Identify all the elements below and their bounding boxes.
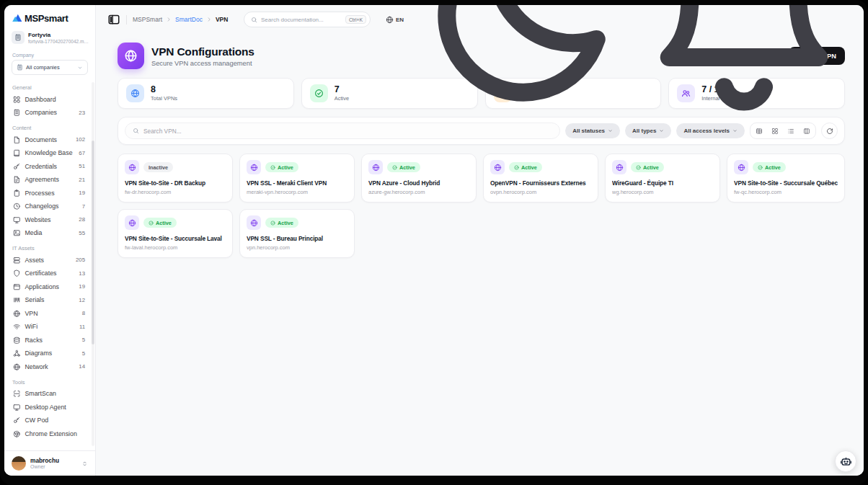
vpn-card[interactable]: Active VPN SSL - Bureau Principal vpn.he… xyxy=(239,209,355,258)
sidebar-item[interactable]: Changelogs 7 xyxy=(9,200,89,213)
sidebar-item-label: Media xyxy=(25,229,43,236)
status-badge: Active xyxy=(509,162,542,172)
company-select-value: All companies xyxy=(26,64,74,71)
sidebar-item[interactable]: Racks 5 xyxy=(9,334,89,347)
vpn-name: VPN SSL - Meraki Client VPN xyxy=(247,179,347,187)
sidebar-item-count: 51 xyxy=(79,163,85,169)
vpn-card[interactable]: Inactive VPN Site-to-Site - DR Backup fw… xyxy=(118,153,233,203)
sidebar-item-count: 67 xyxy=(79,150,85,156)
stat-value: 8 xyxy=(151,85,177,95)
sidebar-item[interactable]: Knowledge Base 67 xyxy=(9,147,89,160)
sidebar-item-icon xyxy=(13,149,21,157)
refresh-icon xyxy=(826,128,833,135)
sidebar-item-icon xyxy=(13,337,21,344)
page-subtitle: Secure VPN access management xyxy=(151,60,254,67)
sidebar-item-label: Processes xyxy=(25,190,55,197)
sidebar-item-label: Network xyxy=(25,363,48,370)
sidebar-item-label: Desktop Agent xyxy=(25,404,66,411)
user-text: mabrochu Owner xyxy=(30,458,59,470)
sidebar-item-icon xyxy=(13,270,21,277)
vpn-host: fw-qc.herocorp.com xyxy=(734,189,838,195)
vpn-card-icon xyxy=(125,160,139,174)
sidebar-item-label: WiFi xyxy=(25,323,38,330)
vpn-card-head: Active xyxy=(247,160,347,174)
moon-icon xyxy=(412,5,628,128)
vpn-card[interactable]: Active VPN Azure - Cloud Hybrid azure-gw… xyxy=(361,153,477,203)
sidebar-item-label: Certificates xyxy=(25,270,57,277)
vpn-host: meraki-vpn.herocorp.com xyxy=(247,189,347,195)
check-circle-icon xyxy=(149,221,154,226)
check-circle-icon xyxy=(514,165,519,170)
sidebar-item-label: Serials xyxy=(25,296,45,303)
sidebar-item-icon xyxy=(13,109,21,117)
sidebar-item[interactable]: Chrome Extension xyxy=(9,427,89,440)
mspsmart-logo-icon xyxy=(12,12,23,24)
status-badge: Active xyxy=(265,218,298,228)
workspace-switcher[interactable]: Fortyvia fortyvia-1770420270042.mspsm... xyxy=(4,30,95,48)
scrollbar-thumb[interactable] xyxy=(92,141,94,344)
language-button[interactable]: EN xyxy=(386,16,404,24)
sidebar-item[interactable]: Companies 23 xyxy=(9,107,89,120)
user-role: Owner xyxy=(30,464,59,469)
sidebar-item-icon xyxy=(13,417,21,424)
sidebar-item[interactable]: Processes 19 xyxy=(9,187,89,200)
sidebar-item[interactable]: Applications 19 xyxy=(9,280,89,293)
sidebar-item-count: 5 xyxy=(82,337,85,343)
sidebar-item[interactable]: Documents 102 xyxy=(9,133,89,146)
sidebar-item[interactable]: Serials 12 xyxy=(9,294,89,307)
vpn-grid: Inactive VPN Site-to-Site - DR Backup fw… xyxy=(118,153,845,258)
sidebar-item[interactable]: Certificates 13 xyxy=(9,267,89,280)
sidebar-item-label: Websites xyxy=(25,216,51,223)
logo[interactable]: MSPsmart xyxy=(4,5,95,30)
assistant-fab[interactable] xyxy=(835,450,856,472)
sidebar-item-icon xyxy=(13,323,21,331)
user-menu[interactable]: mabrochu Owner xyxy=(4,450,95,476)
vpn-card-head: Active xyxy=(490,160,591,174)
check-circle-icon xyxy=(758,165,763,170)
sidebar-item[interactable]: Websites 28 xyxy=(9,213,89,226)
breadcrumb-root[interactable]: MSPSmart xyxy=(133,16,162,23)
sidebar-item[interactable]: Agreements 21 xyxy=(9,174,89,187)
sidebar-item-icon xyxy=(13,136,21,144)
sidebar-section: IT Assets Assets 205 Certificates xyxy=(9,240,89,373)
breadcrumb-link-smartdoc[interactable]: SmartDoc xyxy=(175,16,203,23)
sidebar-item[interactable]: Desktop Agent xyxy=(9,401,89,414)
sidebar-scrollbar[interactable] xyxy=(92,82,94,446)
view-mode-icon xyxy=(803,128,810,135)
sidebar-item[interactable]: CW Pod xyxy=(9,414,89,427)
notifications-button[interactable]: 56 xyxy=(636,5,852,128)
vpn-card[interactable]: Active VPN SSL - Meraki Client VPN merak… xyxy=(239,153,355,203)
vpn-page-icon xyxy=(118,43,144,69)
vpn-card[interactable]: Active VPN Site-to-Site - Succursale Lav… xyxy=(118,209,233,258)
sidebar-item[interactable]: WiFi 11 xyxy=(9,321,89,334)
sidebar-item-icon xyxy=(13,257,21,264)
page-header-text: VPN Configurations Secure VPN access man… xyxy=(151,45,254,67)
company-select[interactable]: All companies xyxy=(12,60,88,75)
sidebar-item[interactable]: Assets 205 xyxy=(9,254,89,267)
sidebar-item[interactable]: Media 55 xyxy=(9,227,89,240)
vpn-card[interactable]: Active WireGuard - Équipe TI wg.herocorp… xyxy=(605,153,720,203)
sidebar-item-count: 102 xyxy=(76,136,85,143)
sidebar-toggle-button[interactable] xyxy=(107,13,120,26)
vpn-card[interactable]: Active VPN Site-to-Site - Succursale Qué… xyxy=(727,153,845,203)
chevron-right-icon xyxy=(206,17,212,22)
sidebar-item-icon xyxy=(13,404,21,411)
status-badge: Active xyxy=(387,162,420,172)
sidebar-item[interactable]: Credentials 51 xyxy=(9,160,89,173)
vpn-card[interactable]: Active OpenVPN - Fournisseurs Externes o… xyxy=(483,153,598,203)
stat-card: 8 Total VPNs xyxy=(118,78,294,109)
sidebar-item-icon xyxy=(13,310,21,318)
sidebar-item-count: 11 xyxy=(79,324,85,330)
sidebar-item[interactable]: VPN 8 xyxy=(9,307,89,320)
filter-dropdown-label: All access levels xyxy=(683,128,730,134)
sidebar-item[interactable]: Network 14 xyxy=(9,360,89,373)
sidebar-item-label: Applications xyxy=(25,283,59,290)
vpn-card-icon xyxy=(368,160,383,174)
global-search-placeholder: Search documentation... xyxy=(261,17,342,23)
global-search-input[interactable]: Search documentation... Ctrl+K xyxy=(244,12,371,27)
theme-toggle-button[interactable] xyxy=(412,5,628,128)
sidebar-item[interactable]: Dashboard xyxy=(9,93,89,106)
sidebar-item[interactable]: Diagrams 5 xyxy=(9,347,89,360)
status-label: Active xyxy=(399,164,415,171)
sidebar-item[interactable]: SmartScan xyxy=(9,388,89,401)
